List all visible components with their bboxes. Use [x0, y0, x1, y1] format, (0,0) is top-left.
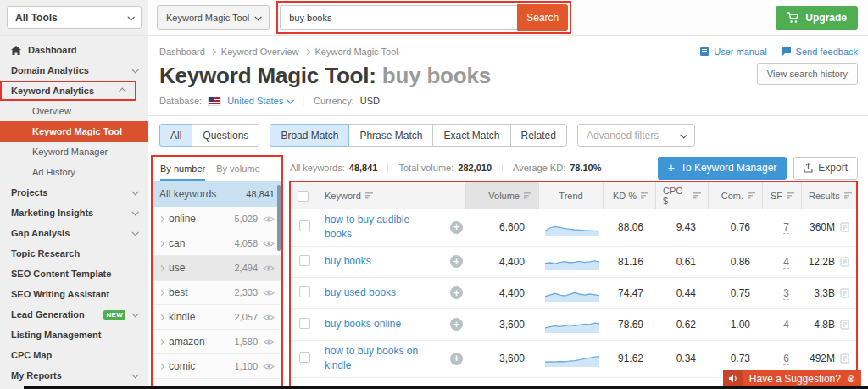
- group-row-online[interactable]: online5,029: [153, 207, 281, 231]
- keyword-link[interactable]: buy used books: [325, 286, 396, 298]
- add-keyword-button[interactable]: +: [450, 221, 463, 234]
- send-feedback-link[interactable]: Send feedback: [781, 47, 858, 57]
- sf-link[interactable]: 7: [783, 221, 789, 234]
- sidebar-item-keyword-manager[interactable]: Keyword Manager: [0, 142, 148, 162]
- sidebar-item-dashboard[interactable]: Dashboard: [0, 40, 148, 60]
- group-row-kindle[interactable]: kindle2,057: [153, 305, 281, 330]
- eye-icon[interactable]: [263, 215, 275, 223]
- tab-all[interactable]: All: [159, 124, 192, 147]
- advanced-filters-dropdown[interactable]: Advanced filters: [577, 124, 695, 147]
- serp-source-icon[interactable]: [840, 320, 849, 330]
- row-checkbox[interactable]: [299, 352, 310, 363]
- view-search-history-button[interactable]: View search history: [757, 63, 858, 85]
- group-row-comic[interactable]: comic1,100: [153, 354, 281, 379]
- breadcrumb-item[interactable]: Keyword Magic Tool: [315, 47, 398, 57]
- sidebar-item-gap-analysis[interactable]: Gap Analysis: [0, 223, 148, 243]
- suggestion-banner[interactable]: Have a Suggestion? ⊗: [723, 370, 861, 387]
- sf-link[interactable]: 4: [783, 256, 789, 269]
- serp-source-icon[interactable]: [840, 353, 849, 364]
- sidebar-item-seo-writing-assistant[interactable]: SEO Writing Assistant: [0, 284, 148, 304]
- close-icon[interactable]: ⊗: [847, 373, 861, 385]
- keyword-link[interactable]: how to buy audible books: [325, 214, 409, 240]
- column-header-volume[interactable]: Volume: [465, 182, 538, 209]
- keyword-link[interactable]: buy books: [325, 255, 371, 267]
- select-all-checkbox[interactable]: [298, 191, 309, 202]
- add-keyword-cell: +: [443, 318, 465, 331]
- export-button[interactable]: Export: [793, 157, 858, 180]
- column-header-label: KD %: [613, 191, 637, 201]
- summary-stats: All keywords:48,841Total volume:282,010A…: [289, 155, 858, 181]
- add-keyword-button[interactable]: +: [450, 286, 463, 299]
- sidebar-item-listing-management[interactable]: Listing Management: [0, 325, 148, 345]
- sidebar-item-marketing-insights[interactable]: Marketing Insights: [0, 203, 148, 223]
- group-row-use[interactable]: use2,494: [153, 256, 281, 281]
- sf-link[interactable]: 6: [783, 353, 789, 365]
- column-header-keyword[interactable]: Keyword: [318, 182, 465, 209]
- group-tab-by-volume[interactable]: By volume: [216, 164, 259, 181]
- eye-icon[interactable]: [263, 264, 275, 272]
- row-checkbox[interactable]: [299, 318, 310, 329]
- chevron-right-icon: [159, 363, 164, 369]
- tab-related[interactable]: Related: [510, 124, 567, 147]
- group-label: best: [169, 286, 188, 298]
- sidebar-item-keyword-analytics[interactable]: Keyword Analytics: [0, 81, 136, 101]
- add-keyword-button[interactable]: +: [450, 353, 463, 365]
- group-all-keywords[interactable]: All keywords 48,841: [153, 181, 281, 207]
- sidebar-item-lead-generation[interactable]: Lead Generationnew: [0, 304, 148, 325]
- keyword-link[interactable]: how to buy books on kindle: [325, 345, 418, 371]
- sidebar-item-cpc-map[interactable]: CPC Map: [0, 345, 148, 365]
- sidebar-item-overview[interactable]: Overview: [0, 101, 148, 121]
- tab-phrase-match[interactable]: Phrase Match: [348, 124, 433, 147]
- keyword-link[interactable]: buy books online: [325, 318, 401, 330]
- serp-source-icon[interactable]: [840, 288, 849, 298]
- tab-broad-match[interactable]: Broad Match: [270, 124, 349, 147]
- breadcrumb-item[interactable]: Keyword Overview: [221, 47, 299, 57]
- column-header-kd[interactable]: KD %: [603, 182, 655, 209]
- row-checkbox[interactable]: [299, 286, 310, 297]
- group-tab-by-number[interactable]: By number: [160, 164, 205, 181]
- sidebar-item-label: Ad History: [32, 167, 75, 177]
- serp-source-icon[interactable]: [840, 257, 849, 267]
- search-button[interactable]: Search: [517, 4, 568, 31]
- tab-questions[interactable]: Questions: [192, 124, 259, 147]
- add-keyword-button[interactable]: +: [450, 255, 463, 268]
- all-tools-select[interactable]: All Tools: [7, 6, 142, 29]
- tool-select-dropdown[interactable]: Keyword Magic Tool: [157, 5, 270, 30]
- sidebar-item-seo-content-template[interactable]: SEO Content Template: [0, 264, 148, 284]
- column-header-com[interactable]: Com.: [708, 182, 762, 209]
- row-checkbox[interactable]: [299, 255, 310, 266]
- row-checkbox[interactable]: [299, 220, 310, 231]
- sidebar-item-label: Marketing Insights: [11, 208, 125, 218]
- tab-exact-match[interactable]: Exact Match: [432, 124, 510, 147]
- column-header-cpc[interactable]: CPC $: [655, 182, 708, 209]
- sidebar-item-domain-analytics[interactable]: Domain Analytics: [0, 60, 148, 81]
- group-label: can: [169, 237, 185, 249]
- eye-icon[interactable]: [263, 240, 275, 247]
- eye-icon[interactable]: [263, 363, 275, 370]
- eye-icon[interactable]: [263, 338, 275, 346]
- user-manual-link[interactable]: User manual: [699, 47, 766, 57]
- sf-link[interactable]: 3: [783, 287, 789, 300]
- sf-link[interactable]: 4: [783, 319, 789, 331]
- to-keyword-manager-button[interactable]: + To Keyword Manager: [658, 157, 787, 180]
- eye-icon[interactable]: [263, 289, 275, 297]
- sidebar-item-projects[interactable]: Projects: [0, 182, 148, 203]
- group-row-best[interactable]: best2,333: [153, 281, 281, 305]
- scrollbar-thumb[interactable]: [277, 185, 281, 251]
- column-header-trend[interactable]: Trend: [538, 182, 603, 209]
- eye-icon[interactable]: [263, 314, 275, 321]
- sidebar-item-keyword-magic-tool[interactable]: Keyword Magic Tool: [0, 121, 148, 142]
- sidebar-item-my-reports[interactable]: My Reports: [0, 365, 148, 386]
- group-row-amazon[interactable]: amazon1,580: [153, 330, 281, 354]
- column-header-results[interactable]: Results: [801, 182, 858, 209]
- sidebar-item-topic-research[interactable]: Topic Research: [0, 243, 148, 264]
- search-input[interactable]: [280, 5, 517, 30]
- breadcrumb-item[interactable]: Dashboard: [159, 47, 205, 57]
- group-row-can[interactable]: can4,058: [153, 231, 281, 256]
- upgrade-button[interactable]: Upgrade: [776, 6, 858, 30]
- sidebar-item-ad-history[interactable]: Ad History: [0, 162, 148, 182]
- database-selector[interactable]: United States: [227, 96, 292, 106]
- serp-source-icon[interactable]: [840, 222, 849, 232]
- column-header-sf[interactable]: SF: [762, 182, 801, 209]
- add-keyword-button[interactable]: +: [450, 318, 463, 331]
